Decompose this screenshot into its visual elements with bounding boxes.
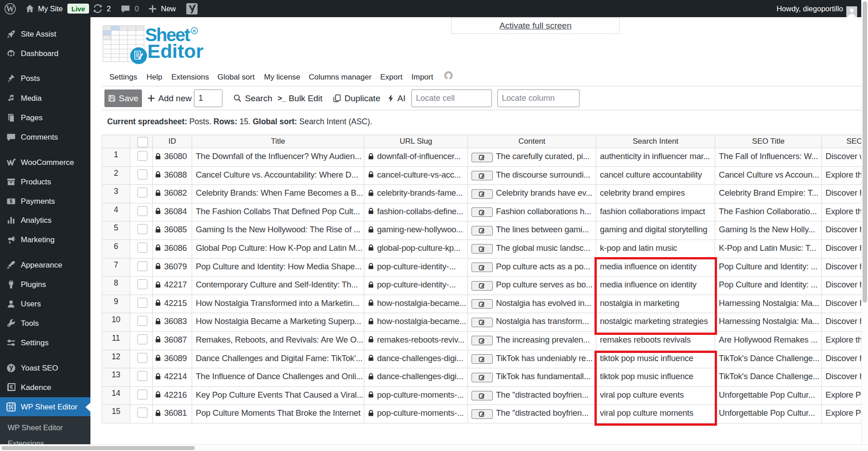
svg-text:Editor: Editor (147, 40, 203, 62)
svg-text:R: R (193, 28, 196, 33)
svg-text:$: $ (10, 198, 13, 204)
svg-text:W: W (6, 4, 14, 13)
